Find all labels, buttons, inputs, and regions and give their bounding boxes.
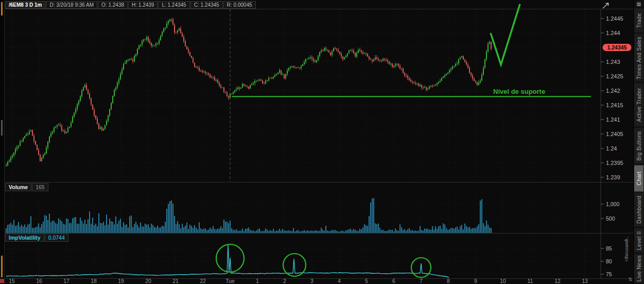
candle-body [373, 60, 374, 61]
tab-live-news[interactable]: Live News [634, 254, 643, 283]
volume-bar [12, 225, 13, 233]
candle-body [189, 52, 190, 56]
drawing-tool-icon[interactable] [601, 2, 611, 10]
candle-body [188, 49, 189, 52]
tab-big-buttons[interactable]: Big Buttons [634, 128, 643, 163]
tab-active-trader[interactable]: Active Trader [634, 83, 643, 126]
volume-bar [342, 231, 343, 233]
candle-body [145, 40, 146, 40]
volume-bar [89, 211, 90, 233]
candle-body [40, 155, 41, 161]
candle-body [251, 84, 252, 85]
volume-bar [196, 228, 197, 233]
volume-bar [180, 228, 181, 233]
candle-body [305, 59, 306, 62]
time-tick-label: 13 [582, 278, 588, 284]
tab-times-and-sales[interactable]: Times And Sales [634, 34, 643, 81]
impvol-study-label[interactable]: ImpVolatility [5, 233, 44, 242]
volume-bar [282, 229, 283, 233]
candle-body [333, 48, 334, 51]
volume-bar [66, 219, 67, 233]
volume-bar [176, 224, 177, 233]
candle-body [159, 40, 160, 44]
volume-bar [33, 228, 34, 233]
volume-bar [437, 229, 438, 233]
left-gadget-strip[interactable] [0, 0, 5, 284]
candle-body [367, 54, 368, 57]
candle-body [154, 45, 155, 46]
time-axis-settings-icon[interactable]: ⇅ [628, 277, 632, 282]
volume-bar [318, 231, 319, 233]
candle-body [432, 86, 433, 87]
volume-bar [108, 225, 109, 233]
candle-body [228, 96, 229, 98]
candle-body [200, 71, 201, 71]
volume-bar [92, 218, 93, 233]
candle-body [488, 44, 489, 52]
volume-bar [484, 226, 485, 233]
volume-bar [423, 230, 424, 233]
candle-body [457, 63, 458, 64]
time-tick-label: 5 [365, 278, 368, 284]
time-tick-label: 16 [36, 278, 42, 284]
candle-body [137, 49, 138, 54]
volume-bar [273, 229, 274, 233]
volume-bar [50, 222, 51, 233]
tab-chart[interactable]: Chart [634, 165, 643, 192]
volume-bar [311, 230, 312, 233]
candle-body [138, 45, 140, 49]
volume-bar [126, 224, 127, 233]
candle-body [43, 155, 44, 158]
volume-bar [179, 224, 180, 233]
volume-bar [188, 229, 189, 233]
volume-bar [91, 224, 92, 233]
price-tick-label: 1.239 [606, 174, 620, 180]
candle-body [163, 29, 164, 32]
chart-canvas[interactable]: Nível de suporte1.24451.2441.2431.24251.… [0, 0, 644, 284]
symbol-timeframe-label[interactable]: /6EM8 3 D 1m [5, 1, 45, 9]
candle-body [121, 70, 123, 74]
candle-body [10, 157, 11, 160]
volume-bar [338, 231, 339, 233]
volume-bar [26, 227, 27, 233]
candle-body [186, 46, 187, 49]
range-value: R: 0.00045 [223, 1, 256, 9]
tab-label: Active Trader [636, 88, 642, 122]
tab-dashboard[interactable]: Dashboard [634, 193, 643, 227]
candle-body [413, 82, 414, 83]
volume-bar [172, 204, 173, 233]
candle-body [463, 56, 464, 59]
candle-body [481, 75, 482, 80]
price-tick-label: 1.241 [606, 116, 620, 123]
candle-body [353, 51, 354, 53]
tab-trade[interactable]: Trade [634, 8, 643, 32]
volume-study-label[interactable]: Volume [5, 183, 31, 191]
volume-bar [171, 201, 172, 233]
time-tick-label: 1 [256, 278, 259, 284]
tab-level-ii[interactable]: Level II [634, 228, 643, 253]
candle-body [106, 121, 107, 125]
price-tick-label: 1.24 [606, 145, 617, 152]
volume-bar [339, 231, 340, 233]
volume-bar [441, 229, 442, 233]
volume-bar [435, 226, 436, 233]
candle-body [315, 61, 316, 62]
candle-body [370, 59, 371, 59]
candle-body [105, 125, 106, 129]
candle-body [356, 53, 357, 56]
volume-bar [230, 221, 231, 233]
sidebar-gadget-icon[interactable]: ▦ [634, 0, 644, 8]
candle-body [180, 28, 181, 33]
volume-bar [432, 226, 433, 233]
volume-bar [463, 229, 464, 233]
volume-bar [373, 198, 374, 233]
volume-bar [438, 226, 439, 233]
candle-body [262, 80, 263, 83]
time-tick-label: 12 [554, 278, 561, 284]
candle-body [227, 93, 228, 96]
price-tick-label: 1.2395 [606, 160, 623, 166]
volume-bar [341, 231, 342, 233]
volume-bar [248, 227, 249, 233]
volume-bar [478, 224, 479, 233]
candle-body [83, 87, 84, 90]
